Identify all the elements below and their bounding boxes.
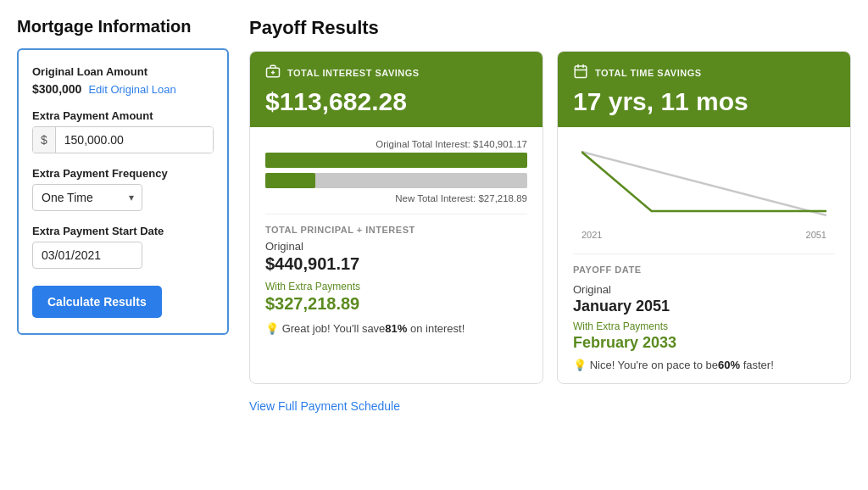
currency-prefix: $ (33, 127, 56, 153)
extra-payment-input[interactable] (56, 127, 213, 153)
loan-amount-group: Original Loan Amount $300,000 Edit Origi… (32, 65, 214, 96)
interest-header-top: TOTAL INTEREST SAVINGS (265, 64, 527, 82)
orig-bar-row (265, 153, 527, 168)
time-header-label: TOTAL TIME SAVINGS (595, 68, 702, 78)
interest-card-header: TOTAL INTEREST SAVINGS $113,682.28 (250, 52, 542, 127)
time-tip-row: 💡 Nice! You're on pace to be60% faster! (573, 359, 835, 371)
frequency-select-wrapper: One Time Monthly Yearly (32, 184, 142, 211)
loan-amount-value: $300,000 (32, 82, 81, 96)
time-tip-end: faster! (740, 359, 774, 371)
principal-orig-value: $440,901.17 (265, 254, 527, 274)
calculate-button[interactable]: Calculate Results (32, 286, 162, 318)
start-date-input[interactable] (32, 242, 142, 269)
interest-tip-bold: 81% (385, 322, 407, 335)
right-panel-title: Payoff Results (249, 17, 851, 39)
extra-payment-label: Extra Payment Amount (32, 109, 214, 122)
extra-payment-group: Extra Payment Amount $ (32, 109, 214, 153)
time-tip-text: Nice! You're on pace to be (590, 359, 718, 371)
line-chart: 2021 2051 (573, 139, 835, 243)
interest-tip-end: on interest! (407, 322, 465, 335)
new-bar-row (265, 173, 527, 188)
payoff-orig-label: Original (573, 283, 835, 296)
payoff-extra-date: February 2033 (573, 334, 835, 352)
time-header-top: TOTAL TIME SAVINGS (573, 64, 835, 82)
right-panel: Payoff Results TOTAL INT (249, 17, 851, 413)
payoff-extra-label: With Extra Payments (573, 320, 835, 332)
start-date-group: Extra Payment Start Date (32, 225, 214, 269)
start-date-label: Extra Payment Start Date (32, 225, 214, 237)
calendar-icon (573, 64, 588, 82)
loan-amount-label: Original Loan Amount (32, 65, 214, 78)
new-bar-bg (265, 173, 527, 188)
principal-orig-label: Original (265, 240, 527, 253)
principal-extra-label: With Extra Payments (265, 281, 527, 292)
left-panel: Mortgage Information Original Loan Amoun… (17, 17, 229, 413)
interest-tip-text: Great job! You'll save (282, 322, 386, 335)
payoff-chart-svg (581, 148, 826, 224)
interest-bars: Original Total Interest: $140,901.17 New… (265, 139, 527, 203)
left-panel-title: Mortgage Information (17, 17, 229, 36)
new-interest-label: New Total Interest: $27,218.89 (265, 193, 527, 203)
loan-amount-row: $300,000 Edit Original Loan (32, 82, 214, 96)
svg-rect-3 (575, 66, 587, 78)
orig-bar-fill (265, 153, 527, 168)
orig-bar-bg (265, 153, 527, 168)
frequency-label: Extra Payment Frequency (32, 167, 214, 180)
chart-start-year: 2021 (581, 230, 602, 240)
time-card-body: 2021 2051 PAYOFF DATE Original January 2… (558, 127, 850, 383)
chart-years: 2021 2051 (581, 230, 826, 240)
time-big-value: 17 yrs, 11 mos (573, 87, 835, 115)
form-card: Original Loan Amount $300,000 Edit Origi… (17, 48, 229, 335)
frequency-group: Extra Payment Frequency One Time Monthly… (32, 167, 214, 211)
chart-end-year: 2051 (806, 230, 826, 240)
interest-big-value: $113,682.28 (265, 87, 527, 115)
principal-section-title: TOTAL PRINCIPAL + INTEREST (265, 225, 527, 235)
interest-card: TOTAL INTEREST SAVINGS $113,682.28 Origi… (249, 51, 543, 384)
interest-card-body: Original Total Interest: $140,901.17 New… (250, 127, 542, 347)
interest-tip-row: 💡 Great job! You'll save81% on interest! (265, 322, 527, 335)
new-bar-fill (265, 173, 315, 188)
interest-header-label: TOTAL INTEREST SAVINGS (287, 68, 420, 78)
payoff-date-section: Original January 2051 With Extra Payment… (573, 283, 835, 352)
time-card: TOTAL TIME SAVINGS 17 yrs, 11 mos 202 (557, 51, 851, 384)
savings-icon (265, 64, 281, 82)
payoff-orig-date: January 2051 (573, 298, 835, 315)
results-grid: TOTAL INTEREST SAVINGS $113,682.28 Origi… (249, 51, 851, 384)
frequency-select[interactable]: One Time Monthly Yearly (32, 184, 142, 211)
payoff-section-title: PAYOFF DATE (573, 264, 835, 275)
extra-payment-input-wrapper: $ (32, 126, 214, 153)
orig-interest-label: Original Total Interest: $140,901.17 (265, 139, 527, 149)
view-schedule-link[interactable]: View Full Payment Schedule (249, 399, 851, 413)
principal-extra-value: $327,218.89 (265, 294, 527, 314)
time-tip-bold: 60% (718, 359, 740, 371)
edit-loan-link[interactable]: Edit Original Loan (88, 83, 175, 96)
time-card-header: TOTAL TIME SAVINGS 17 yrs, 11 mos (558, 52, 850, 127)
